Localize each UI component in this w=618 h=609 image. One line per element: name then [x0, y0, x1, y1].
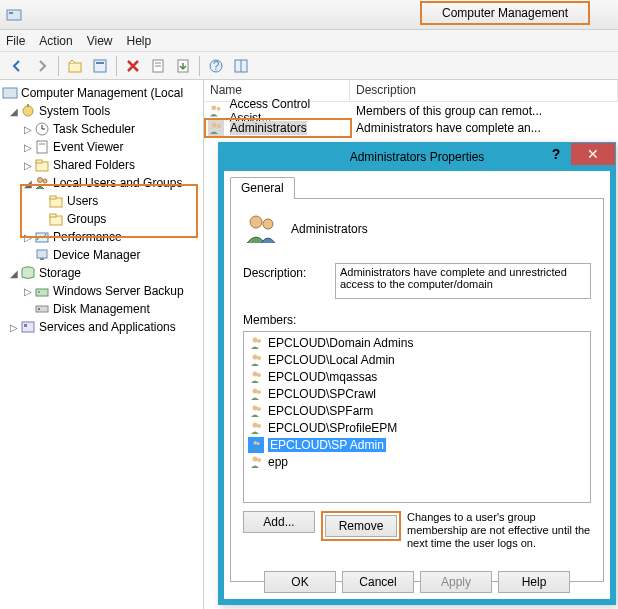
cancel-button[interactable]: Cancel: [342, 571, 414, 593]
description-field[interactable]: Administrators have complete and unrestr…: [335, 263, 591, 299]
svg-rect-38: [24, 324, 27, 327]
member-row[interactable]: EPCLOUD\SProfileEPM: [246, 419, 588, 436]
svg-point-47: [253, 354, 258, 359]
svg-point-60: [257, 458, 261, 462]
member-row[interactable]: EPCLOUD\Domain Admins: [246, 334, 588, 351]
svg-point-57: [253, 440, 257, 444]
forward-button[interactable]: [31, 55, 53, 77]
expand-icon[interactable]: ▷: [22, 123, 34, 135]
svg-point-42: [217, 124, 221, 128]
tree-storage[interactable]: ◢Storage: [2, 264, 203, 282]
apply-button[interactable]: Apply: [420, 571, 492, 593]
description-label: Description:: [243, 263, 327, 280]
tab-general[interactable]: General: [230, 177, 295, 199]
dialog-titlebar[interactable]: Administrators Properties ? ✕: [219, 143, 615, 171]
svg-rect-15: [27, 104, 29, 107]
list-row-selected[interactable]: Administrators Administrators have compl…: [204, 119, 618, 136]
tree-performance[interactable]: ▷Performance: [2, 228, 203, 246]
help-button[interactable]: Help: [498, 571, 570, 593]
tree-local-users-groups[interactable]: ◢Local Users and Groups: [2, 174, 203, 192]
collapse-icon[interactable]: ◢: [8, 267, 20, 279]
window-title: Computer Management: [442, 6, 568, 20]
export-button[interactable]: [172, 55, 194, 77]
member-row[interactable]: EPCLOUD\Local Admin: [246, 351, 588, 368]
expand-icon[interactable]: ▷: [22, 141, 34, 153]
menu-action[interactable]: Action: [39, 34, 72, 48]
delete-button[interactable]: [122, 55, 144, 77]
member-label: EPCLOUD\SProfileEPM: [268, 421, 397, 435]
menu-view[interactable]: View: [87, 34, 113, 48]
svg-point-14: [23, 106, 33, 116]
svg-rect-30: [37, 250, 47, 258]
user-icon: [248, 437, 264, 453]
user-icon: [248, 454, 264, 470]
tree-groups[interactable]: Groups: [2, 210, 203, 228]
svg-point-58: [257, 442, 260, 445]
menu-help[interactable]: Help: [127, 34, 152, 48]
member-row[interactable]: EPCLOUD\mqassas: [246, 368, 588, 385]
member-row[interactable]: EPCLOUD\SP Admin: [246, 436, 588, 453]
member-label: EPCLOUD\Local Admin: [268, 353, 395, 367]
svg-point-45: [253, 337, 258, 342]
svg-point-40: [217, 107, 221, 111]
properties-button[interactable]: [89, 55, 111, 77]
back-button[interactable]: [6, 55, 28, 77]
svg-point-34: [38, 291, 40, 293]
list-row[interactable]: Access Control Assist... Members of this…: [204, 102, 618, 119]
svg-point-51: [253, 388, 258, 393]
svg-rect-22: [36, 160, 42, 163]
column-description[interactable]: Description: [350, 80, 618, 101]
member-label: EPCLOUD\SPCrawl: [268, 387, 376, 401]
membership-note: Changes to a user's group membership are…: [407, 511, 591, 550]
svg-point-46: [257, 339, 261, 343]
ok-button[interactable]: OK: [264, 571, 336, 593]
member-label: EPCLOUD\mqassas: [268, 370, 377, 384]
svg-point-48: [257, 356, 261, 360]
tree-users[interactable]: Users: [2, 192, 203, 210]
members-list[interactable]: EPCLOUD\Domain AdminsEPCLOUD\Local Admin…: [243, 331, 591, 503]
help-button[interactable]: ?: [205, 55, 227, 77]
svg-point-43: [250, 216, 262, 228]
add-button[interactable]: Add...: [243, 511, 315, 533]
tree-disk-management[interactable]: Disk Management: [2, 300, 203, 318]
expand-icon[interactable]: ▷: [8, 321, 20, 333]
tree-services-applications[interactable]: ▷Services and Applications: [2, 318, 203, 336]
expand-icon[interactable]: ▷: [22, 285, 34, 297]
member-label: EPCLOUD\SP Admin: [268, 438, 386, 452]
member-row[interactable]: EPCLOUD\SPFarm: [246, 402, 588, 419]
members-label: Members:: [243, 313, 591, 327]
refresh-button[interactable]: [147, 55, 169, 77]
expand-icon[interactable]: ▷: [22, 159, 34, 171]
tree-event-viewer[interactable]: ▷Event Viewer: [2, 138, 203, 156]
tree-shared-folders[interactable]: ▷Shared Folders: [2, 156, 203, 174]
dialog-help-button[interactable]: ?: [541, 143, 571, 165]
tree-windows-server-backup[interactable]: ▷Windows Server Backup: [2, 282, 203, 300]
svg-rect-28: [50, 214, 56, 217]
svg-rect-4: [96, 62, 104, 64]
menu-file[interactable]: File: [6, 34, 25, 48]
group-icon: [208, 120, 224, 136]
user-icon: [248, 420, 264, 436]
svg-rect-19: [37, 141, 47, 153]
svg-rect-26: [50, 196, 56, 199]
svg-rect-35: [36, 306, 48, 312]
tree-task-scheduler[interactable]: ▷Task Scheduler: [2, 120, 203, 138]
svg-rect-37: [22, 322, 34, 332]
svg-point-24: [43, 179, 47, 183]
up-button[interactable]: [64, 55, 86, 77]
svg-point-41: [212, 122, 217, 127]
main-titlebar: Computer Management: [0, 0, 618, 30]
tree-system-tools[interactable]: ◢System Tools: [2, 102, 203, 120]
expand-icon[interactable]: ▷: [22, 231, 34, 243]
collapse-icon[interactable]: ◢: [22, 177, 34, 189]
dialog-close-button[interactable]: ✕: [571, 143, 615, 165]
tree-root[interactable]: Computer Management (Local: [2, 84, 203, 102]
member-row[interactable]: EPCLOUD\SPCrawl: [246, 385, 588, 402]
expand-icon[interactable]: ◢: [8, 105, 20, 117]
svg-point-52: [257, 390, 261, 394]
tree-device-manager[interactable]: Device Manager: [2, 246, 203, 264]
member-row[interactable]: epp: [246, 453, 588, 470]
app-icon: [6, 7, 22, 23]
remove-button[interactable]: Remove: [325, 515, 397, 537]
view-button[interactable]: [230, 55, 252, 77]
